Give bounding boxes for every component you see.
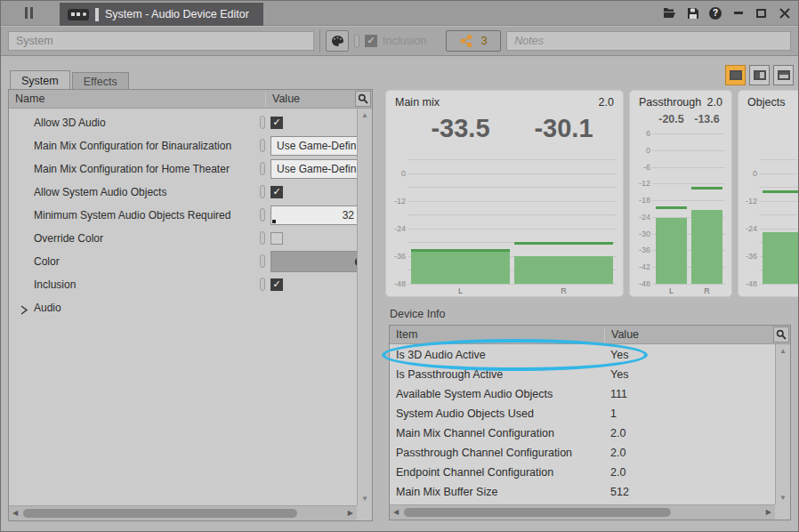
property-row-minimum-system-audio-objects-required[interactable]: Minimum System Audio Objects Required 32: [9, 204, 372, 227]
property-row-audio[interactable]: Audio: [9, 296, 372, 319]
property-name: Allow System Audio Objects: [34, 181, 166, 204]
channel-label: R: [514, 286, 613, 295]
value-column-header[interactable]: Value: [604, 328, 639, 343]
meter-bar-r: [691, 210, 722, 284]
window-title: System - Audio Device Editor: [105, 8, 249, 20]
meter-bar-l: [656, 218, 687, 284]
allow-system-audio-objects-checkbox[interactable]: ✓: [270, 186, 283, 198]
column-splitter-grip[interactable]: [260, 116, 265, 129]
scroll-left-icon[interactable]: ◀: [393, 508, 399, 516]
expand-chevron-icon[interactable]: [20, 302, 29, 312]
column-splitter-grip[interactable]: [260, 254, 265, 268]
name-column-header[interactable]: Name: [15, 93, 44, 105]
device-vertical-scrollbar[interactable]: ▲▼: [775, 344, 790, 504]
device-info-row-is-passthrough-active[interactable]: Is Passthrough Active Yes: [390, 366, 775, 385]
tab-system[interactable]: System: [10, 70, 70, 90]
property-row-main-mix-configuration-for-home-theater[interactable]: Main Mix Configuration for Home Theater …: [9, 157, 372, 181]
column-splitter-grip[interactable]: [260, 139, 265, 152]
meter-scale-label: -36: [740, 252, 757, 261]
scroll-left-icon[interactable]: ◀: [12, 509, 18, 517]
meter-scale-label: -36: [388, 252, 406, 261]
scroll-down-icon[interactable]: ▼: [776, 494, 790, 502]
layout-vertical-split-button[interactable]: [749, 65, 770, 85]
device-info-value: 111: [610, 388, 627, 400]
meter-scale-label: -48: [632, 279, 650, 288]
device-horizontal-scrollbar[interactable]: ◀▶: [390, 504, 775, 520]
device-info-table: Item Value Is 3D Audio Active Yes Is Pas…: [389, 325, 791, 520]
property-row-allow-system-audio-objects[interactable]: Allow System Audio Objects ✓: [9, 181, 372, 204]
meter-peak-line: [763, 190, 799, 193]
scroll-up-icon[interactable]: ▲: [358, 111, 372, 119]
dock-grip-icon[interactable]: [25, 7, 37, 20]
search-icon[interactable]: [773, 326, 789, 343]
meter-channel-config: 2.0: [599, 96, 614, 109]
meter-title: Main mix: [395, 96, 440, 109]
layout-horizontal-split-button[interactable]: [773, 65, 794, 85]
channel-label: L: [411, 286, 510, 295]
allow-3d-audio-checkbox[interactable]: ✓: [270, 117, 283, 129]
device-info-row-available-system-audio-objects[interactable]: Available System Audio Objects 111: [390, 385, 775, 405]
device-info-value: Yes: [610, 368, 628, 381]
property-name: Minimum System Audio Objects Required: [34, 204, 230, 227]
property-row-inclusion[interactable]: Inclusion ✓: [9, 273, 372, 296]
toolbar-grip[interactable]: [354, 34, 359, 48]
save-icon[interactable]: [686, 6, 699, 20]
meter-scale-label: -24: [632, 213, 650, 222]
device-info-row-main-mix-buffer-size[interactable]: Main Mix Buffer Size 512: [390, 483, 775, 503]
object-name-input[interactable]: [8, 31, 314, 51]
property-row-allow-3d-audio[interactable]: Allow 3D Audio ✓: [9, 111, 372, 134]
scroll-up-icon[interactable]: ▲: [776, 347, 790, 355]
column-splitter-grip[interactable]: [260, 231, 265, 245]
column-splitter-grip[interactable]: [260, 185, 265, 198]
property-row-color[interactable]: Color: [9, 250, 372, 273]
scroll-down-icon[interactable]: ▼: [358, 495, 372, 503]
layout-single-button[interactable]: [725, 65, 746, 85]
scroll-right-icon[interactable]: ▶: [766, 508, 771, 516]
property-name: Color: [34, 250, 60, 273]
window-controls: ?: [663, 6, 791, 20]
device-info-row-system-audio-objects-used[interactable]: System Audio Objects Used 1: [390, 405, 775, 424]
meter-scale-label: -18: [632, 196, 650, 205]
properties-horizontal-scrollbar[interactable]: ◀▶: [9, 505, 357, 520]
close-button[interactable]: [778, 6, 791, 20]
scrollbar-thumb[interactable]: [23, 509, 297, 518]
device-info-row-main-mix-channel-configuration[interactable]: Main Mix Channel Configuration 2.0: [390, 424, 775, 444]
column-splitter-grip[interactable]: [260, 278, 265, 291]
sharesets-button[interactable]: 3: [446, 30, 501, 52]
device-info-row-endpoint-channel-configuration[interactable]: Endpoint Channel Configuration 2.0: [390, 463, 775, 483]
inclusion-checkbox[interactable]: ✓: [365, 35, 377, 47]
help-icon[interactable]: ?: [709, 7, 722, 20]
minimize-button[interactable]: [731, 6, 745, 20]
device-info-title: Device Info: [390, 308, 446, 320]
tab-effects[interactable]: Effects: [72, 72, 129, 90]
item-column-header[interactable]: Item: [396, 328, 417, 341]
device-info-row-passthrough-channel-configuration[interactable]: Passthrough Channel Configuration 2.0: [390, 444, 775, 463]
properties-rows: Allow 3D Audio ✓ Main Mix Configuration …: [9, 109, 372, 505]
toolbar-separator: [319, 29, 320, 52]
column-splitter-grip[interactable]: [260, 208, 265, 222]
audio-device-editor-window: System - Audio Device Editor ? ✓ Inclusi…: [0, 0, 799, 532]
meter-panel-passthrough: Passthrough2.060-6-12-18-24-30-36-42-48-…: [629, 90, 732, 297]
window-tab[interactable]: System - Audio Device Editor: [60, 3, 263, 26]
property-name: Main Mix Configuration for Home Theater: [34, 157, 230, 181]
column-splitter-grip[interactable]: [260, 162, 265, 175]
device-info-row-is-3d-audio-active[interactable]: Is 3D Audio Active Yes: [390, 346, 775, 366]
search-icon[interactable]: [355, 91, 371, 107]
scroll-right-icon[interactable]: ▶: [348, 509, 353, 517]
color-picker-button[interactable]: [326, 30, 349, 52]
property-row-main-mix-configuration-for-binauralization[interactable]: Main Mix Configuration for Binauralizati…: [9, 134, 372, 157]
device-info-item: Passthrough Channel Configuration: [396, 447, 572, 459]
property-row-override-color[interactable]: Override Color: [9, 227, 372, 250]
meter-peak-line: [656, 206, 687, 209]
meter-scale-label: -12: [632, 179, 650, 188]
scrollbar-thumb[interactable]: [404, 508, 671, 517]
object-color-strip: [95, 8, 99, 21]
inclusion-checkbox[interactable]: ✓: [270, 278, 283, 291]
notes-input[interactable]: [506, 31, 791, 51]
properties-vertical-scrollbar[interactable]: ▲▼: [357, 109, 372, 505]
meter-scale-label: -12: [740, 197, 757, 206]
maximize-button[interactable]: [755, 6, 768, 20]
open-folder-icon[interactable]: [663, 6, 676, 20]
override-color-checkbox[interactable]: [270, 232, 283, 245]
value-column-header[interactable]: Value: [265, 93, 300, 107]
